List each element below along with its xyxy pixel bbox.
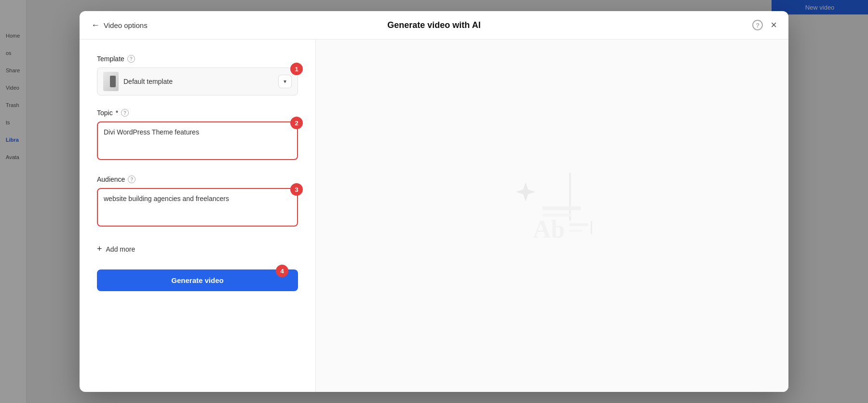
- left-panel: Template ? 1 Default template ▾: [80, 40, 316, 392]
- svg-rect-5: [569, 229, 583, 232]
- step-badge-1: 1: [290, 63, 303, 75]
- preview-placeholder: Ab: [480, 144, 624, 288]
- step-badge-4: 4: [276, 265, 288, 277]
- dropdown-arrow-icon: ▾: [278, 75, 292, 88]
- template-help-icon[interactable]: ?: [127, 55, 135, 63]
- topic-help-icon[interactable]: ?: [121, 109, 129, 117]
- modal-header: ← Video options Generate video with AI ?…: [80, 11, 788, 40]
- template-label: Template ?: [97, 55, 298, 63]
- template-field-group: Template ? 1 Default template ▾: [97, 55, 298, 95]
- add-more-label: Add more: [106, 245, 136, 253]
- add-more-button[interactable]: + Add more: [97, 242, 135, 256]
- modal-overlay: ← Video options Generate video with AI ?…: [0, 0, 868, 403]
- template-dropdown-wrapper: 1 Default template ▾: [97, 67, 298, 95]
- modal-header-actions: ? ×: [752, 20, 777, 30]
- audience-field-group: Audience ? 3: [97, 175, 298, 228]
- topic-label: Topic * ?: [97, 109, 298, 117]
- add-more-plus-icon: +: [97, 244, 102, 254]
- topic-input[interactable]: [97, 121, 298, 160]
- modal: ← Video options Generate video with AI ?…: [80, 11, 788, 392]
- svg-rect-6: [591, 221, 592, 234]
- template-thumbnail: [103, 72, 119, 91]
- right-panel: Ab: [316, 40, 788, 392]
- close-icon[interactable]: ×: [771, 20, 777, 30]
- help-icon[interactable]: ?: [752, 20, 763, 30]
- svg-rect-4: [569, 223, 588, 226]
- modal-title: Generate video with AI: [387, 20, 480, 30]
- topic-input-wrapper: 2: [97, 121, 298, 162]
- svg-text:Ab: Ab: [533, 215, 565, 243]
- modal-body: Template ? 1 Default template ▾: [80, 40, 788, 392]
- back-label: Video options: [104, 21, 148, 29]
- template-dropdown[interactable]: Default template ▾: [97, 67, 298, 95]
- audience-input-wrapper: 3: [97, 188, 298, 228]
- generate-video-button[interactable]: Generate video: [97, 269, 298, 291]
- topic-field-group: Topic * ? 2: [97, 109, 298, 162]
- audience-label: Audience ?: [97, 175, 298, 183]
- audience-help-icon[interactable]: ?: [128, 175, 136, 183]
- audience-input[interactable]: [97, 188, 298, 227]
- template-name: Default template: [123, 78, 273, 85]
- step-badge-2: 2: [290, 117, 303, 129]
- generate-btn-wrapper: 4 Generate video: [97, 269, 298, 291]
- preview-svg: Ab: [489, 153, 615, 279]
- svg-rect-1: [542, 206, 581, 210]
- back-arrow-icon: ←: [91, 20, 100, 30]
- back-button[interactable]: ← Video options: [91, 20, 148, 30]
- step-badge-3: 3: [290, 183, 303, 196]
